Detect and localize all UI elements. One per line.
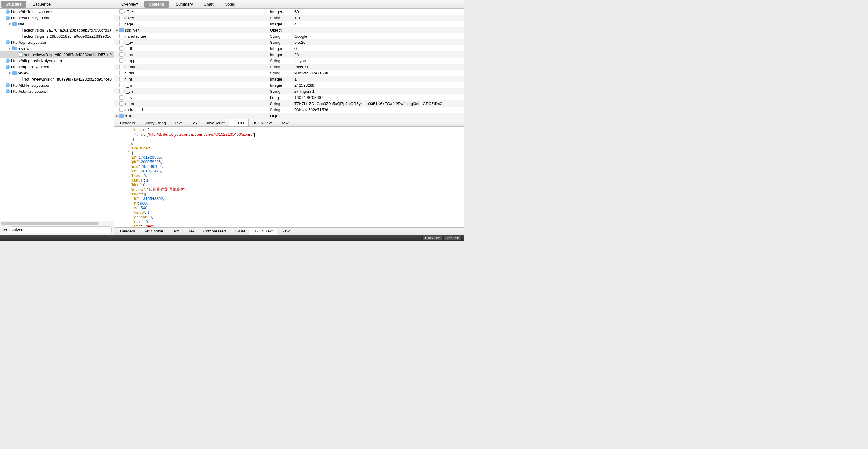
- disclosure-triangle-icon[interactable]: ▼: [8, 71, 12, 75]
- disclosure-triangle-icon[interactable]: ▶: [115, 28, 119, 32]
- tree-row[interactable]: action?sign=2f29b86258ac4a9dde62aa13ff9e…: [0, 33, 114, 39]
- bottom-tab-compressed[interactable]: Compressed: [199, 228, 230, 235]
- kv-key: adver: [124, 16, 134, 20]
- tree[interactable]: https://tbfile.izuiyou.comhttps://stat.i…: [0, 8, 114, 221]
- tree-row[interactable]: http://stat.izuiyou.com: [0, 88, 114, 94]
- tree-row[interactable]: ▼review: [0, 70, 114, 76]
- right-panel: OverviewContentsSummaryChartNotes offset…: [114, 0, 464, 235]
- globe-icon: [5, 89, 10, 93]
- file-icon: [119, 71, 123, 75]
- kv-row[interactable]: ▶sdk_verObject: [114, 27, 464, 33]
- bottom-tab-headers[interactable]: Headers: [116, 228, 139, 235]
- kv-row[interactable]: offsetInteger60: [114, 8, 464, 15]
- folder-icon: [119, 28, 124, 32]
- tree-row[interactable]: https://diagnosis.izuiyou.com: [0, 58, 114, 64]
- globe-icon: [5, 59, 10, 63]
- sub-tab-javascript[interactable]: JavaScript: [202, 119, 229, 126]
- tree-row[interactable]: https://api.izuiyou.com: [0, 64, 114, 70]
- bottom-tab-hex[interactable]: Hex: [183, 228, 199, 235]
- tree-row[interactable]: action?sign=2a1764a261f23babb8b2fd7050cf…: [0, 27, 114, 33]
- kv-row[interactable]: h_dtInteger0: [114, 45, 464, 52]
- bottom-tab-json[interactable]: JSON: [230, 228, 249, 235]
- bottom-tab-set-cookie[interactable]: Set Cookie: [139, 228, 167, 235]
- tree-row[interactable]: https://stat.izuiyou.com: [0, 15, 114, 21]
- kv-row[interactable]: android_idString93b1cfc602e71538: [114, 107, 464, 113]
- kv-row[interactable]: ▶h_idsObject: [114, 113, 464, 119]
- bottom-tab-raw[interactable]: Raw: [277, 228, 294, 235]
- kv-row[interactable]: tokenStringT7K7N_ZD-jGns9Z9s5u9ji7pJslOR…: [114, 100, 464, 107]
- kv-type: String: [270, 65, 294, 69]
- left-tab-sequence[interactable]: Sequence: [28, 1, 55, 8]
- disclosure-triangle-icon[interactable]: ▼: [8, 47, 12, 50]
- sub-tab-text[interactable]: Text: [170, 119, 186, 126]
- sub-tab-hex[interactable]: Hex: [186, 119, 202, 126]
- kv-key: android_id: [124, 108, 143, 112]
- tree-row[interactable]: http://api.izuiyou.com: [0, 39, 114, 45]
- right-tab-chart[interactable]: Chart: [199, 1, 218, 8]
- bottom-tab-json-text[interactable]: JSON Text: [249, 228, 277, 235]
- kv-row[interactable]: h_appStringzuiyou: [114, 58, 464, 64]
- kv-key: manufacturer: [124, 34, 148, 38]
- kv-key: h_did: [124, 71, 134, 76]
- tree-label: review: [18, 46, 29, 51]
- right-tab-overview[interactable]: Overview: [117, 1, 142, 8]
- status-button-black-list[interactable]: Black List: [422, 236, 442, 240]
- kv-value: 28: [294, 52, 464, 57]
- file-icon: [119, 22, 123, 26]
- kv-row[interactable]: h_modelStringPixel XL: [114, 64, 464, 70]
- kv-row[interactable]: adverString1.0: [114, 15, 464, 21]
- right-tab-contents[interactable]: Contents: [145, 1, 169, 8]
- kv-key: h_ch: [124, 89, 133, 94]
- file-icon: [119, 34, 123, 38]
- tree-row[interactable]: http://tbfile.izuiyou.com: [0, 82, 114, 88]
- kv-key: h_av: [124, 40, 133, 45]
- kv-table[interactable]: offsetInteger60adverString1.0pageInteger…: [114, 8, 464, 119]
- tree-row[interactable]: ▼stat: [0, 21, 114, 27]
- kv-type: Integer: [270, 52, 294, 57]
- folder-icon: [12, 47, 17, 50]
- disclosure-triangle-icon[interactable]: ▼: [8, 22, 12, 26]
- bottom-tab-text[interactable]: Text: [167, 228, 183, 235]
- tree-row[interactable]: hot_reviews?sign=ff0e99f87a842232cf1bd95…: [0, 52, 114, 58]
- tree-row[interactable]: hot_reviews?sign=ff0e99f87a842232cf1bd95…: [0, 76, 114, 82]
- right-tab-summary[interactable]: Summary: [172, 1, 197, 8]
- tree-row[interactable]: ▼review: [0, 45, 114, 52]
- kv-row[interactable]: manufacturerStringGoogle: [114, 33, 464, 39]
- file-icon: [119, 77, 123, 81]
- right-tab-notes[interactable]: Notes: [220, 1, 239, 8]
- kv-row[interactable]: h_avString5.5.20: [114, 39, 464, 45]
- kv-value: 1.0: [294, 16, 464, 20]
- kv-key: h_m: [124, 83, 132, 88]
- file-icon: [119, 95, 123, 99]
- kv-row[interactable]: h_didString93b1cfc602e71538: [114, 70, 464, 76]
- sub-tab-headers[interactable]: Headers: [116, 119, 139, 126]
- file-icon: [19, 52, 23, 57]
- disclosure-triangle-icon[interactable]: ▶: [115, 114, 119, 118]
- file-icon: [19, 34, 23, 38]
- status-button-request[interactable]: Request: [443, 236, 462, 240]
- kv-row[interactable]: pageInteger4: [114, 21, 464, 27]
- kv-row[interactable]: h_osInteger28: [114, 52, 464, 58]
- file-icon: [119, 40, 123, 44]
- sub-tab-raw[interactable]: Raw: [276, 119, 292, 126]
- sub-tab-json[interactable]: JSON: [229, 119, 249, 126]
- kv-key: offset: [124, 9, 134, 14]
- tree-row[interactable]: https://tbfile.izuiyou.com: [0, 8, 114, 15]
- filter-bar: lter:: [0, 225, 114, 235]
- right-tabs: OverviewContentsSummaryChartNotes: [114, 0, 464, 8]
- filter-input[interactable]: [10, 226, 112, 233]
- tree-label: action?sign=2a1764a261f23babb8b2fd7050cf…: [24, 28, 112, 32]
- file-icon: [19, 28, 23, 32]
- tree-hscroll[interactable]: [0, 221, 114, 225]
- kv-row[interactable]: h_ntInteger1: [114, 76, 464, 82]
- left-tab-structure[interactable]: Structure: [1, 1, 26, 8]
- kv-row[interactable]: h_tsLong1607499703607: [114, 94, 464, 100]
- kv-type: String: [270, 40, 294, 45]
- kv-row[interactable]: h_mInteger242593288: [114, 82, 464, 88]
- sub-tab-query-string[interactable]: Query String: [139, 119, 170, 126]
- sub-tab-json-text[interactable]: JSON Text: [249, 119, 276, 126]
- kv-type: Integer: [270, 22, 294, 26]
- kv-row[interactable]: h_chStringzx-lingxin-1: [114, 88, 464, 94]
- sub-tabs: HeadersQuery StringTextHexJavaScriptJSON…: [114, 119, 464, 127]
- json-viewer[interactable]: "origin": { "urls": ["http://tbfile.izui…: [114, 127, 464, 227]
